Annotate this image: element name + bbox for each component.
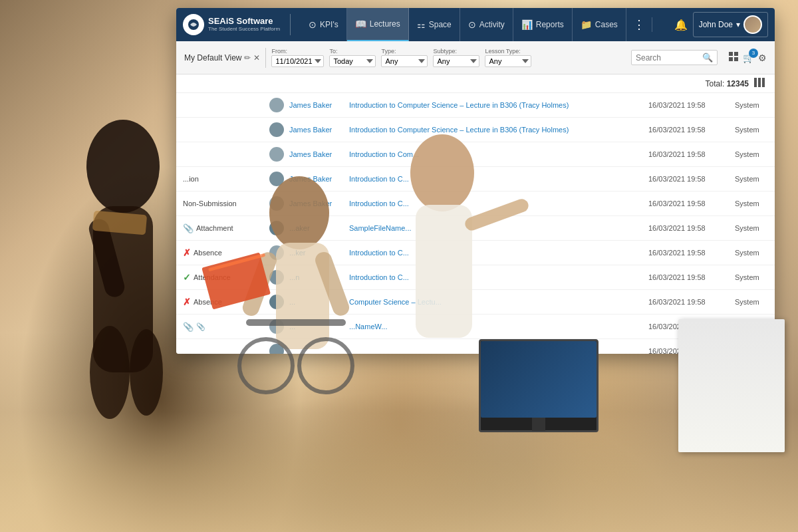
more-menu-button[interactable]: ⋮: [626, 17, 652, 32]
nav-right: 🔔 John Doe ▾: [674, 12, 768, 37]
person-cell: James Baker: [263, 192, 342, 216]
nav-label-lectures: Lectures: [370, 19, 400, 29]
person-info: ...n: [269, 270, 336, 285]
type-cell: [176, 93, 263, 118]
search-input[interactable]: [636, 53, 702, 63]
person-name[interactable]: James Baker: [289, 200, 332, 207]
course-cell: SampleFileName...: [342, 216, 642, 241]
activity-icon: ⊙: [468, 19, 476, 30]
cart-button[interactable]: 🛒 3: [743, 53, 754, 63]
nav-label-reports: Reports: [536, 20, 564, 29]
source-cell: System: [728, 167, 775, 192]
course-link[interactable]: Introduction to C...: [349, 273, 409, 281]
close-view-icon[interactable]: ✕: [253, 53, 260, 63]
table-area[interactable]: Total: 12345 James Baker: [176, 74, 775, 354]
nav-item-space[interactable]: ⚏ Space: [409, 8, 460, 41]
person-name[interactable]: James Baker: [289, 150, 332, 158]
person-cell: ...ker: [263, 241, 342, 265]
edit-view-icon[interactable]: ✏: [244, 53, 251, 63]
person-cell: James Baker: [263, 142, 342, 167]
person-avatar: [269, 245, 284, 260]
table-row[interactable]: James Baker Introduction to Computer Sci…: [176, 118, 775, 142]
nav-item-lectures[interactable]: 📖 Lectures: [347, 8, 409, 41]
course-link[interactable]: ...NameW...: [349, 323, 387, 331]
person-name[interactable]: ...n: [289, 273, 299, 281]
from-label: From:: [271, 48, 324, 55]
grid-view-button[interactable]: [728, 51, 739, 64]
timestamp-cell: 16/03/2021 19:58: [642, 118, 728, 142]
columns-toggle-icon[interactable]: [754, 78, 765, 89]
nav-item-reports[interactable]: 📊 Reports: [513, 8, 573, 41]
cart-badge: 3: [749, 49, 758, 58]
source: System: [735, 273, 759, 281]
person-info: ...ker: [269, 245, 336, 260]
navbar: SEAiS Software The Student Success Platf…: [176, 8, 775, 41]
type-badge: ✗ Absence: [183, 247, 222, 258]
table-row[interactable]: James Baker Introduction to Com... 16/03…: [176, 142, 775, 167]
person-name[interactable]: James Baker: [289, 126, 332, 134]
person-cell: James Baker: [263, 93, 342, 118]
kpis-icon: ⊙: [309, 19, 317, 30]
subtype-select[interactable]: Any: [433, 55, 479, 67]
search-icon[interactable]: 🔍: [702, 53, 713, 63]
nav-item-kpis[interactable]: ⊙ KPI's: [301, 8, 347, 41]
source: System: [735, 175, 759, 183]
person-avatar: [269, 196, 284, 211]
table-row[interactable]: ✓ Attendance ...n Introduction to C... 1…: [176, 265, 775, 290]
person-name[interactable]: ...: [289, 298, 295, 306]
table-header-row: Total: 12345: [176, 74, 775, 93]
course-link[interactable]: Introduction to Computer Science – Lectu…: [349, 101, 569, 109]
notifications-bell-icon[interactable]: 🔔: [674, 19, 688, 31]
course-link[interactable]: Introduction to C...: [349, 249, 409, 257]
person-name[interactable]: ...: [289, 323, 295, 331]
course-link[interactable]: Introduction to Com...: [349, 150, 419, 158]
person-name[interactable]: ...aker: [289, 224, 310, 232]
course-link[interactable]: Introduction to C...: [349, 175, 409, 183]
course-cell: Introduction to Com...: [342, 142, 642, 167]
course-cell: Introduction to C...: [342, 241, 642, 265]
type-select[interactable]: Any: [381, 55, 428, 67]
table-row[interactable]: Non-Submission James Baker Introduction …: [176, 192, 775, 216]
user-menu[interactable]: John Doe ▾: [693, 12, 768, 37]
table-row[interactable]: James Baker Introduction to Computer Sci…: [176, 93, 775, 118]
from-select[interactable]: 11/10/2021: [271, 55, 324, 67]
data-table: James Baker Introduction to Computer Sci…: [176, 93, 775, 354]
type-badge: 📎 📎: [183, 322, 205, 332]
course-link[interactable]: Introduction to C...: [349, 200, 409, 207]
to-select[interactable]: Today: [329, 55, 376, 67]
lesson-type-select[interactable]: Any: [485, 55, 531, 67]
course-link[interactable]: Introduction to Computer Science – Lectu…: [349, 126, 569, 134]
course-link[interactable]: Computer Science – Lectu...: [349, 298, 442, 306]
type-cell: ✓ Attendance: [176, 265, 263, 290]
person-cell: James Baker: [263, 167, 342, 192]
person-avatar: [269, 98, 284, 112]
person-info: ...aker: [269, 221, 336, 235]
person-name[interactable]: James Baker: [289, 175, 332, 183]
settings-button[interactable]: ⚙: [758, 53, 767, 63]
person-info: ...: [269, 319, 336, 334]
nav-label-kpis: KPI's: [320, 20, 338, 29]
lesson-type-label: Lesson Type:: [485, 48, 531, 55]
source: System: [735, 224, 759, 232]
type-badge: Non-Submission: [183, 200, 237, 207]
timestamp-cell: 16/03/2021 19:58: [642, 192, 728, 216]
table-row[interactable]: 📎 Attachment ...aker SampleFileName... 1…: [176, 216, 775, 241]
source: System: [735, 126, 759, 134]
filter-bar: My Default View ✏ ✕ From: 11/10/2021 To:…: [176, 41, 775, 74]
person-avatar: [269, 147, 284, 162]
course-link[interactable]: SampleFileName...: [349, 224, 412, 232]
table-row[interactable]: ...ion James Baker Introduction to C... …: [176, 167, 775, 192]
person-name[interactable]: ...ker: [289, 249, 305, 257]
table-row[interactable]: ✗ Absence ...ker Introduction to C... 16…: [176, 241, 775, 265]
monitor-screen: [481, 341, 597, 418]
source-cell: System: [728, 192, 775, 216]
nav-items: ⊙ KPI's 📖 Lectures ⚏ Space ⊙ Activity 📊 …: [301, 8, 674, 41]
timestamp-cell: 16/03/2021 19:58: [642, 142, 728, 167]
nav-item-activity[interactable]: ⊙ Activity: [460, 8, 513, 41]
person-name[interactable]: James Baker: [289, 101, 332, 109]
source-cell: System: [728, 265, 775, 290]
reports-icon: 📊: [521, 19, 533, 30]
filter-divider-1: [265, 48, 266, 68]
nav-item-cases[interactable]: 📁 Cases: [573, 8, 626, 41]
table-row[interactable]: ✗ Absence ... Computer Science – Lectu..…: [176, 290, 775, 315]
